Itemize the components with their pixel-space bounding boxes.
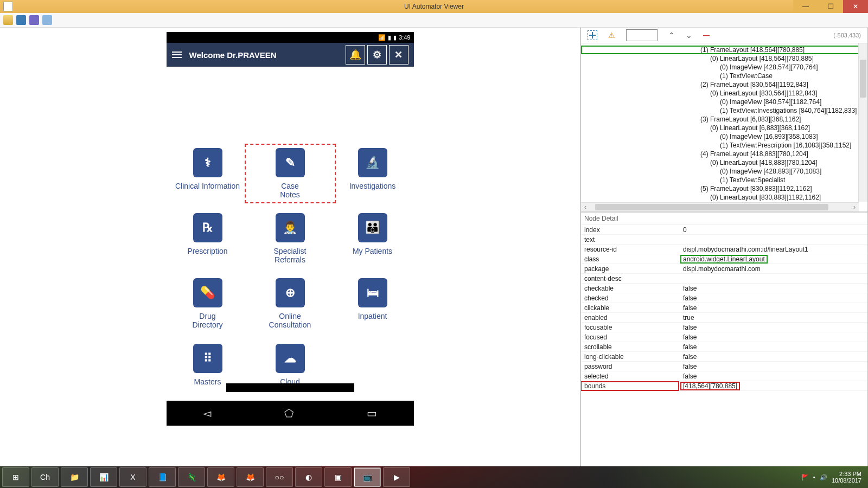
titlebar[interactable]: UI Automator Viewer — ❐ ✕ (0, 0, 868, 13)
app-tile[interactable]: ℞Prescription (167, 213, 249, 264)
tree-hscrollbar[interactable]: ‹› (581, 202, 859, 211)
tree-node[interactable]: (0) ImageView [16,893][358,1083] (581, 132, 867, 141)
tree-node[interactable]: (1) TextView:Specialist (581, 176, 867, 184)
taskbar-app[interactable]: ⊞ (2, 467, 29, 487)
system-tray[interactable]: 🚩 ▪ 🔊 2:33 PM 10/08/2017 (801, 471, 866, 484)
minimize-button[interactable]: — (793, 0, 818, 13)
app-tile[interactable]: ⚕Clinical Information (167, 148, 249, 199)
tray-icon[interactable]: ▪ (813, 474, 815, 480)
hamburger-icon[interactable] (172, 52, 182, 58)
taskbar-app[interactable]: 🦊 (237, 467, 264, 487)
tree-node[interactable]: (2) FrameLayout [830,564][1192,843] (581, 80, 867, 89)
app-tile[interactable]: 💊Drug Directory (167, 278, 249, 329)
property-row[interactable]: focusablefalse (581, 323, 867, 332)
taskbar-clock[interactable]: 2:33 PM 10/08/2017 (832, 471, 861, 484)
gear-icon[interactable]: ⚙ (367, 45, 387, 65)
tree-vscrollbar[interactable] (858, 43, 867, 202)
property-value (679, 235, 867, 244)
app-tile[interactable]: 🔬Investigations (331, 148, 414, 199)
taskbar-app[interactable]: 📊 (90, 467, 117, 487)
tile-label: Inpatient (358, 312, 387, 320)
property-value: displ.mobydocmarathi.com:id/linearLayout… (679, 245, 867, 254)
taskbar-app[interactable]: X (119, 467, 146, 487)
app-tile[interactable]: 👪My Patients (331, 213, 414, 264)
tree-node[interactable]: (0) ImageView [840,574][1182,764] (581, 98, 867, 106)
tree-node[interactable]: (3) FrameLayout [6,883][368,1162] (581, 115, 867, 124)
tree-node[interactable]: (1) FrameLayout [418,564][780,885] (581, 46, 867, 54)
home-icon[interactable]: ⬠ (284, 407, 293, 420)
app-icon (3, 2, 13, 11)
property-row[interactable]: packagedispl.mobydocmarathi.com (581, 264, 867, 274)
recents-icon[interactable]: ▭ (367, 407, 377, 420)
tree-node[interactable]: (0) LinearLayout [418,883][780,1204] (581, 158, 867, 167)
tree-node[interactable]: (1) TextView:Prescription [16,1083][358,… (581, 141, 867, 150)
tile-icon: 👪 (358, 213, 387, 242)
close-button[interactable]: ✕ (843, 0, 868, 13)
tree-node[interactable]: (0) LinearLayout [830,883][1192,1162] (581, 193, 867, 202)
property-row[interactable]: checkablefalse (581, 284, 867, 293)
taskbar-app[interactable]: ▣ (324, 467, 352, 487)
app-tile[interactable]: 👨‍⚕️Specialist Referrals (249, 213, 331, 264)
app-tile[interactable]: ⠿Masters (167, 344, 249, 386)
expand-all-icon[interactable] (588, 30, 597, 40)
next-match-icon[interactable]: ⌄ (686, 31, 692, 40)
taskbar-app[interactable]: 📺 (354, 467, 381, 487)
property-row[interactable]: selectedfalse (581, 371, 867, 381)
tile-icon: ℞ (193, 213, 222, 242)
tile-grid: ⚕Clinical Information✎Case Notes🔬Investi… (167, 148, 414, 386)
property-row[interactable]: text (581, 235, 867, 245)
screenshot-pane[interactable]: 📶 ▮ ▮ 3:49 Welcome Dr.PRAVEEN 🔔 ⚙ ✕ ⚕Cli… (0, 28, 581, 466)
windows-taskbar[interactable]: ⊞Ch📁📊X📘🦎🦊🦊○○◐▣📺▶ 🚩 ▪ 🔊 2:33 PM 10/08/201… (0, 466, 868, 488)
maximize-button[interactable]: ❐ (818, 0, 843, 13)
property-row[interactable]: content-desc (581, 274, 867, 284)
search-input[interactable] (626, 29, 658, 41)
tree-node[interactable]: (5) FrameLayout [830,883][1192,1162] (581, 184, 867, 193)
open-icon[interactable] (3, 15, 13, 25)
device-dump-compressed-icon[interactable] (29, 15, 39, 25)
property-row[interactable]: clickablefalse (581, 303, 867, 313)
node-detail-table[interactable]: index0textresource-iddispl.mobydocmarath… (581, 225, 867, 466)
app-tile[interactable]: ⊕Online Consultation (249, 278, 331, 329)
property-row[interactable]: enabledtrue (581, 313, 867, 323)
prev-match-icon[interactable]: ⌃ (668, 31, 675, 40)
app-tile[interactable]: ☁Cloud (249, 344, 331, 386)
tree-node[interactable]: (0) ImageView [428,893][770,1083] (581, 167, 867, 176)
tree-node[interactable]: (0) LinearLayout [830,564][1192,843] (581, 89, 867, 98)
property-row[interactable]: focusedfalse (581, 332, 867, 342)
property-row[interactable]: long-clickablefalse (581, 352, 867, 362)
taskbar-app[interactable]: 📁 (61, 467, 88, 487)
hierarchy-tree[interactable]: (1) FrameLayout [418,564][780,885](0) Li… (581, 43, 867, 213)
app-tile[interactable]: 🛏Inpatient (331, 278, 414, 329)
property-value: false (679, 372, 867, 381)
close-icon[interactable]: ✕ (389, 45, 409, 65)
tree-node[interactable]: (0) LinearLayout [6,883][368,1162] (581, 124, 867, 132)
tree-node[interactable]: (1) TextView:Case (581, 72, 867, 80)
taskbar-app[interactable]: 🦎 (178, 467, 205, 487)
device-dump-icon[interactable] (16, 15, 26, 25)
tree-node[interactable]: (1) TextView:Investigations [840,764][11… (581, 106, 867, 115)
tray-icon[interactable]: 🔊 (820, 474, 827, 481)
tray-icon[interactable]: 🚩 (801, 474, 809, 481)
tree-node[interactable]: (0) LinearLayout [418,564][780,885] (581, 54, 867, 63)
property-row[interactable]: resource-iddispl.mobydocmarathi.com:id/l… (581, 245, 867, 254)
app-tile[interactable]: ✎Case Notes (249, 148, 331, 199)
property-row[interactable]: passwordfalse (581, 362, 867, 371)
taskbar-app[interactable]: 🦊 (207, 467, 234, 487)
back-icon[interactable]: ◅ (203, 407, 211, 420)
tree-node[interactable]: (0) ImageView [428,574][770,764] (581, 63, 867, 72)
property-row[interactable]: index0 (581, 225, 867, 235)
bell-icon[interactable]: 🔔 (346, 45, 365, 65)
taskbar-app[interactable]: ◐ (295, 467, 322, 487)
clear-icon[interactable]: — (703, 31, 710, 39)
warning-icon[interactable]: ⚠ (608, 31, 615, 40)
property-row[interactable]: scrollablefalse (581, 342, 867, 352)
property-row[interactable]: checkedfalse (581, 293, 867, 303)
taskbar-app[interactable]: 📘 (149, 467, 176, 487)
property-row[interactable]: bounds[418,564][780,885] (581, 381, 867, 391)
taskbar-app[interactable]: ○○ (266, 467, 293, 487)
taskbar-app[interactable]: ▶ (383, 467, 410, 487)
property-row[interactable]: classandroid.widget.LinearLayout (581, 254, 867, 264)
save-icon[interactable] (42, 15, 52, 25)
taskbar-app[interactable]: Ch (31, 467, 59, 487)
tree-node[interactable]: (4) FrameLayout [418,883][780,1204] (581, 150, 867, 158)
